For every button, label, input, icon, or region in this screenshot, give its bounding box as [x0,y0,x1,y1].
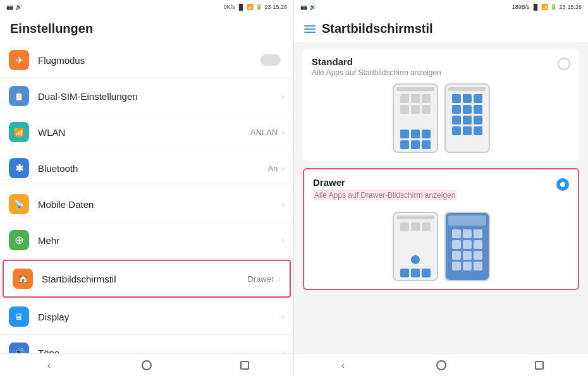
mobile-daten-chevron: › [281,199,285,209]
settings-item-flugmodus[interactable]: ✈ Flugmodus [0,42,293,78]
d2-icon-1 [452,229,461,238]
recent-square-right [535,361,544,370]
drawer-circle-row [396,255,434,264]
standard-phone-1 [393,83,438,153]
left-panel: 📷 🔊 0K/s ▐▌ 📶 🔋 23 15:26 Einstellungen ✈… [0,0,294,376]
hamburger-menu-icon[interactable] [304,25,315,33]
flugmodus-label: Flugmodus [38,55,260,66]
recent-square-left [240,361,249,370]
icon2-right: 🔊 [309,4,316,10]
mehr-label: Mehr [38,235,281,246]
wlan-value: ANLAN [250,128,278,137]
icon-b6 [474,105,482,114]
status-right-right: 189B/s ▐▌ 📶 🔋 23 15:26 [512,4,582,10]
bluetooth-chevron: › [281,163,285,173]
display-icon: 🖥 [9,306,29,327]
back-button-right[interactable]: ‹ [331,356,356,375]
settings-item-display[interactable]: 🖥 Display › [0,299,293,335]
settings-item-bluetooth[interactable]: ✱ Bluetooth An › [0,150,293,186]
drawer-phone-2 [444,212,490,281]
settings-item-startbildschirmstil[interactable]: 🏠 Startbildschirmstil Drawer › [3,260,291,298]
recent-button-left[interactable] [232,356,257,375]
dock-1 [400,130,409,138]
speed-indicator-right: 189B/s [512,4,530,10]
startbildschirmstil-value: Drawer [247,274,274,284]
d2-icon-7 [452,251,461,260]
startbildschirmstil-label: Startbildschirmstil [42,274,247,284]
drawer-icon-row-2 [448,229,486,238]
phone-status-bar-d1 [396,215,434,219]
settings-item-mehr[interactable]: ⊕ Mehr › [0,222,293,258]
nav-bar-left: ‹ [0,353,293,376]
signal-bars-right: ▐▌ [532,4,540,10]
d2-icon-8 [463,251,472,260]
icon-1 [400,94,409,103]
standard-desc: Alle Apps auf Startbildschirm anzeigen [312,68,570,77]
icon-b9 [474,116,482,124]
display-chevron: › [281,312,285,322]
icon-row-2 [396,105,434,114]
settings-header: Einstellungen [0,14,293,42]
style-option-drawer[interactable]: Drawer Alle Apps auf Drawer-Bildschirm a… [303,168,579,290]
toene-icon: 🔊 [9,343,29,353]
hamburger-line3 [304,32,315,33]
drawer-icon-row-1 [396,222,434,231]
dock-row-2 [396,140,434,149]
d2-icon-5 [463,240,472,249]
dual-sim-label: Dual-SIM-Einstellungen [38,91,281,102]
radio-standard[interactable] [558,58,570,70]
d-dock-3 [422,269,431,277]
settings-item-wlan[interactable]: 📶 WLAN ANLAN › [0,114,293,150]
wlan-label: WLAN [38,127,250,138]
standard-screen-2 [446,85,489,152]
toene-chevron: › [281,348,285,353]
icon-b10 [452,126,461,135]
status-right-left: 0K/s ▐▌ 📶 🔋 23 15:26 [224,4,287,10]
d2-icon-12 [474,262,482,270]
icon-3 [422,94,431,103]
settings-item-mobile-daten[interactable]: 📡 Mobile Daten › [0,186,293,222]
wifi-icon-right: 📶 [541,4,548,10]
settings-title: Einstellungen [10,21,93,35]
d2-icon-4 [452,240,461,249]
icon-5 [411,105,420,114]
d-dock-2 [411,269,420,277]
hamburger-line1 [304,25,315,27]
time-display-right: 15:26 [567,4,582,10]
radio-drawer[interactable] [556,178,569,191]
drawer-header-bar [448,215,486,226]
d-dock-1 [400,269,409,277]
settings-item-toene[interactable]: 🔊 Töne › [0,335,293,353]
icon-b12 [474,126,482,135]
icon-b3 [474,94,482,103]
settings-item-dual-sim[interactable]: 📋 Dual-SIM-Einstellungen › [0,78,293,114]
home-button-right[interactable] [429,356,454,375]
drawer-screen-1 [394,213,437,280]
drawer-title: Drawer [313,177,569,188]
home-button-left[interactable] [134,356,159,375]
camera-icon-right: 📷 [300,4,307,10]
icon-6 [422,105,431,114]
drawer-icon-3 [422,222,431,231]
icon-b5 [463,105,472,114]
startscreen-content: Standard Alle Apps auf Startbildschirm a… [294,42,588,353]
d2-icon-6 [474,240,482,249]
back-button-left[interactable]: ‹ [36,356,61,375]
icon-4 [400,105,409,114]
bluetooth-label: Bluetooth [38,163,267,174]
flugmodus-toggle [260,54,281,66]
camera-icon: 📷 [6,4,13,10]
style-option-standard[interactable]: Standard Alle Apps auf Startbildschirm a… [303,49,579,161]
time-display-left: 15:26 [273,4,287,10]
icon-b7 [452,116,461,124]
recent-button-right[interactable] [527,356,552,375]
wlan-chevron: › [281,127,285,137]
home-circle-left [142,360,152,370]
dual-sim-chevron: › [281,91,285,101]
standard-phone-2 [444,83,490,153]
icon-row-4 [448,105,486,114]
dock-5 [411,140,420,149]
icon-2 [411,94,420,103]
standard-preview-row [312,83,570,153]
d2-icon-10 [452,262,461,270]
